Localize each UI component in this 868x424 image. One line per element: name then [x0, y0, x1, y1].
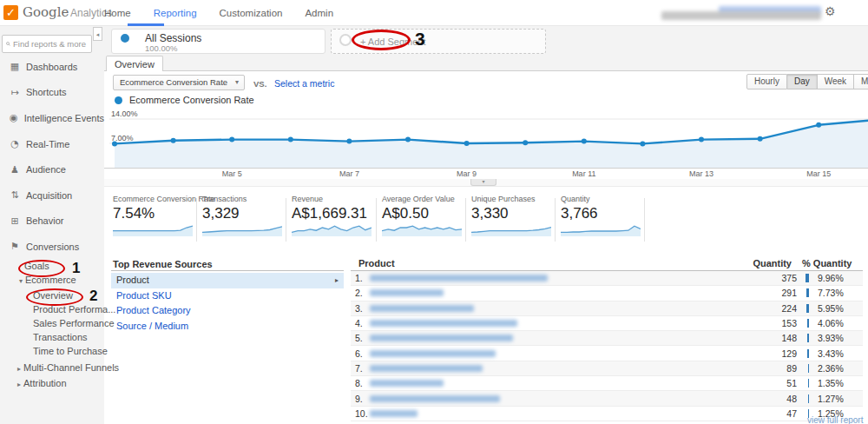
pct-quantity-value: 5.95%	[809, 303, 863, 314]
select-a-metric-link[interactable]: Select a metric	[274, 78, 334, 89]
sidebar-item-label: Product Performa...	[33, 304, 115, 315]
granularity-week-button[interactable]: Week	[818, 74, 854, 89]
revenue-source-product-sku[interactable]: Product SKU	[111, 288, 344, 304]
table-row[interactable]: 9.481.27%	[351, 391, 863, 406]
product-table-header: Product Quantity % Quantity	[351, 258, 863, 270]
sidebar-item-behavior[interactable]: ⊞Behavior	[0, 209, 104, 235]
table-row[interactable]: 1.3759.96%	[351, 271, 863, 286]
product-name-blurred	[370, 335, 513, 341]
divider	[644, 198, 645, 242]
nav-customization[interactable]: Customization	[220, 8, 283, 18]
sidebar-item-label: Behavior	[26, 215, 63, 226]
revenue-source-product-category[interactable]: Product Category	[111, 303, 344, 319]
quantity-value: 51	[736, 378, 797, 388]
nav-admin[interactable]: Admin	[305, 8, 333, 18]
segment-all-sessions[interactable]: All Sessions 100.00%	[111, 29, 326, 54]
add-segment-button[interactable]: + Add Segment	[331, 29, 546, 54]
table-row[interactable]: 10.471.25%	[351, 407, 863, 421]
sidebar-item-intelligence-events[interactable]: ◉Intelligence Events	[0, 105, 104, 131]
sidebar-item-real-time[interactable]: ◔Real-Time	[0, 131, 104, 157]
pct-bar-cell	[797, 379, 809, 388]
svg-text:Mar 5: Mar 5	[222, 169, 242, 178]
metric-card-revenue[interactable]: RevenueA$1,669.31	[292, 195, 378, 240]
nav-reporting[interactable]: Reporting	[154, 8, 197, 18]
tab-overview[interactable]: Overview	[106, 56, 163, 71]
product-name-blurred	[370, 275, 548, 282]
search-box[interactable]	[2, 35, 92, 53]
product-name-blurred	[370, 320, 517, 327]
product-table: 1.3759.96%2.2917.73%3.2245.95%4.1534.06%…	[351, 271, 863, 421]
sidebar-item-acquisition[interactable]: ⇅Acquisition	[0, 182, 104, 209]
segment-title: All Sessions	[145, 32, 201, 44]
divider	[196, 198, 197, 242]
chevron-right-icon: ▸	[335, 273, 339, 288]
metric-card-average-order-value[interactable]: Average Order ValueA$0.50	[382, 195, 469, 240]
divider	[111, 270, 344, 271]
row-rank: 1.	[351, 273, 370, 283]
metric-sparkline	[382, 222, 462, 236]
sidebar-item-attribution[interactable]: ▸Attribution	[17, 378, 67, 388]
search-input[interactable]	[13, 39, 88, 49]
timeseries-chart[interactable]: 7.00%14.00%Mar 5Mar 7Mar 9Mar 11Mar 13Ma…	[104, 106, 868, 179]
divider	[555, 198, 556, 242]
metric-card-transactions[interactable]: Transactions3,329	[202, 195, 289, 240]
metric-selector-dropdown[interactable]: Ecommerce Conversion Rate ▾	[113, 75, 245, 90]
top-header: ✓ Google Analytics HomeReportingCustomiz…	[0, 0, 868, 26]
table-row[interactable]: 2.2917.73%	[351, 286, 863, 301]
row-rank: 9.	[351, 394, 370, 404]
metric-sparkline	[561, 222, 641, 236]
sidebar-item-ecommerce[interactable]: ▾Ecommerce	[19, 275, 76, 285]
sidebar-item-product-performa-[interactable]: Product Performa...	[33, 304, 115, 315]
table-row[interactable]: 6.1293.43%	[351, 346, 863, 361]
column-header-quantity[interactable]: Quantity	[687, 258, 792, 268]
sidebar-item-conversions[interactable]: ⚑Conversions	[0, 234, 104, 260]
annotations-band: ▾	[104, 179, 868, 187]
pct-bar-cell	[797, 288, 809, 297]
divider	[286, 198, 286, 242]
sidebar-item-multi-channel-funnels[interactable]: ▸Multi-Channel Funnels	[17, 362, 119, 373]
revenue-source-source-medium[interactable]: Source / Medium	[111, 319, 344, 335]
sidebar-item-sales-performance[interactable]: Sales Performance	[33, 318, 115, 328]
table-row[interactable]: 4.1534.06%	[351, 316, 863, 331]
metric-card-quantity[interactable]: Quantity3,766	[561, 195, 648, 240]
view-full-report-link[interactable]: view full report	[807, 415, 863, 424]
metric-card-ecommerce-conversion-rate[interactable]: Ecommerce Conversion Rate7.54%	[113, 195, 200, 240]
column-header-product[interactable]: Product	[358, 258, 395, 268]
quantity-value: 148	[736, 333, 797, 343]
quantity-value: 89	[736, 363, 797, 374]
granularity-month-button[interactable]: Month	[854, 74, 868, 89]
granularity-hourly-button[interactable]: Hourly	[746, 74, 787, 89]
metric-value: A$1,669.31	[292, 205, 378, 222]
product-name-blurred	[370, 289, 444, 296]
svg-text:Mar 7: Mar 7	[339, 169, 359, 178]
sidebar-item-goals[interactable]: Goals	[24, 261, 49, 271]
sidebar-item-shortcuts[interactable]: ↦Shortcuts	[0, 80, 104, 106]
sidebar-item-overview[interactable]: Overview	[33, 290, 73, 301]
metric-card-unique-purchases[interactable]: Unique Purchases3,330	[471, 195, 558, 240]
chevron-down-icon: ▾	[19, 277, 23, 285]
sidebar-item-dashboards[interactable]: ▦Dashboards	[0, 54, 104, 80]
annotations-expander[interactable]: ▾	[470, 179, 496, 186]
revenue-source-label: Product	[116, 275, 149, 285]
metric-value: A$0.50	[382, 205, 469, 222]
metric-value: 7.54%	[113, 205, 200, 222]
sidebar-item-label: Multi-Channel Funnels	[23, 362, 119, 373]
table-row[interactable]: 3.2245.95%	[351, 301, 863, 316]
metric-value: 3,329	[202, 205, 289, 222]
column-header-pct-quantity[interactable]: % Quantity	[802, 258, 852, 268]
row-rank: 10.	[351, 408, 370, 419]
sidebar-item-audience[interactable]: ♟Audience	[0, 156, 104, 182]
granularity-day-button[interactable]: Day	[787, 74, 818, 89]
sidebar-item-transactions[interactable]: Transactions	[33, 332, 88, 342]
sidebar-item-time-to-purchase[interactable]: Time to Purchase	[33, 346, 108, 356]
table-row[interactable]: 8.511.35%	[351, 376, 863, 391]
nav-home[interactable]: Home	[104, 8, 131, 18]
gear-icon[interactable]: ⚙	[825, 4, 836, 18]
table-row[interactable]: 5.1483.93%	[351, 331, 863, 346]
revenue-source-product[interactable]: Product▸	[111, 273, 344, 288]
sidebar-nav: ▦Dashboards↦Shortcuts◉Intelligence Event…	[0, 54, 104, 260]
behavior-icon: ⊞	[6, 215, 23, 227]
sidebar-collapse-button[interactable]: ◂	[93, 27, 102, 41]
table-row[interactable]: 7.892.36%	[351, 361, 863, 376]
sidebar-item-label: Goals	[24, 261, 49, 271]
